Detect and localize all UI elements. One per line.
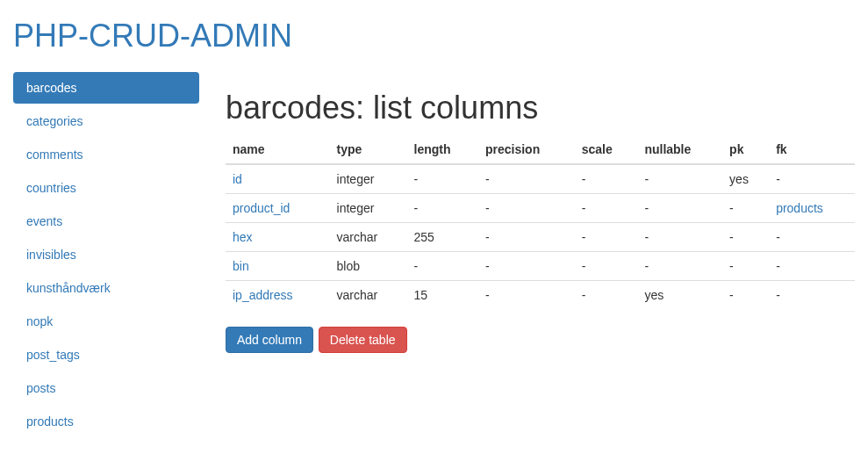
cell-pk: - — [722, 252, 769, 281]
table-header-row: nametypelengthprecisionscalenullablepkfk — [226, 135, 855, 164]
table-header-nullable: nullable — [637, 135, 722, 164]
cell-fk: - — [769, 164, 855, 194]
sidebar-item-comments[interactable]: comments — [13, 139, 199, 170]
table-header-fk: fk — [769, 135, 855, 164]
sidebar-nav: barcodescategoriescommentscountriesevent… — [13, 72, 199, 437]
cell-precision: - — [478, 164, 575, 194]
cell-scale: - — [575, 164, 638, 194]
fk-link[interactable]: products — [776, 201, 823, 215]
main-container: barcodescategoriescommentscountriesevent… — [13, 63, 855, 439]
cell-scale: - — [575, 252, 638, 281]
table-header-scale: scale — [575, 135, 638, 164]
sidebar-item-link[interactable]: products — [13, 406, 199, 437]
table-header-type: type — [330, 135, 407, 164]
cell-name: hex — [226, 223, 330, 252]
cell-precision: - — [478, 281, 575, 310]
cell-precision: - — [478, 223, 575, 252]
cell-type: integer — [330, 164, 407, 194]
sidebar-item-link[interactable]: post_tags — [13, 339, 199, 371]
cell-length: - — [407, 252, 478, 281]
cell-nullable: - — [637, 252, 722, 281]
cell-fk: products — [769, 194, 855, 223]
page-title: barcodes: list columns — [226, 90, 855, 126]
cell-fk: - — [769, 223, 855, 252]
cell-length: - — [407, 164, 478, 194]
sidebar-item-link[interactable]: kunsthåndværk — [13, 272, 199, 304]
sidebar-item-posts[interactable]: posts — [13, 372, 199, 404]
action-buttons: Add column Delete table — [226, 327, 855, 353]
cell-length: 255 — [407, 223, 478, 252]
app-title-link[interactable]: PHP-CRUD-ADMIN — [13, 18, 292, 54]
column-name-link[interactable]: ip_address — [233, 288, 293, 302]
app-title[interactable]: PHP-CRUD-ADMIN — [13, 18, 855, 54]
content: barcodes: list columns nametypelengthpre… — [226, 72, 855, 439]
sidebar-item-link[interactable]: barcodes — [13, 72, 199, 104]
cell-name: ip_address — [226, 281, 330, 310]
table-header-length: length — [407, 135, 478, 164]
sidebar-item-link[interactable]: posts — [13, 372, 199, 404]
table-row: product_idinteger-----products — [226, 194, 855, 223]
sidebar-item-countries[interactable]: countries — [13, 172, 199, 204]
sidebar-item-link[interactable]: invisibles — [13, 239, 199, 270]
sidebar-item-link[interactable]: events — [13, 205, 199, 237]
cell-type: integer — [330, 194, 407, 223]
table-row: idinteger----yes- — [226, 164, 855, 194]
cell-name: id — [226, 164, 330, 194]
sidebar-item-events[interactable]: events — [13, 205, 199, 237]
table-row: hexvarchar255----- — [226, 223, 855, 252]
cell-type: varchar — [330, 281, 407, 310]
cell-nullable: - — [637, 223, 722, 252]
cell-pk: - — [722, 223, 769, 252]
column-name-link[interactable]: bin — [233, 259, 249, 273]
sidebar-item-link[interactable]: countries — [13, 172, 199, 204]
sidebar-item-nopk[interactable]: nopk — [13, 306, 199, 337]
cell-fk: - — [769, 252, 855, 281]
cell-scale: - — [575, 281, 638, 310]
column-name-link[interactable]: hex — [233, 230, 253, 244]
cell-precision: - — [478, 252, 575, 281]
sidebar: barcodescategoriescommentscountriesevent… — [13, 72, 199, 439]
cell-length: - — [407, 194, 478, 223]
table-body: idinteger----yes-product_idinteger-----p… — [226, 164, 855, 309]
header: PHP-CRUD-ADMIN — [13, 0, 855, 63]
cell-nullable: - — [637, 194, 722, 223]
add-column-button[interactable]: Add column — [226, 327, 313, 353]
sidebar-item-invisibles[interactable]: invisibles — [13, 239, 199, 270]
cell-precision: - — [478, 194, 575, 223]
sidebar-item-kunsthndvrk[interactable]: kunsthåndværk — [13, 272, 199, 304]
sidebar-item-posttags[interactable]: post_tags — [13, 339, 199, 371]
cell-nullable: - — [637, 164, 722, 194]
cell-pk: - — [722, 281, 769, 310]
delete-table-button[interactable]: Delete table — [319, 327, 407, 353]
sidebar-item-link[interactable]: comments — [13, 139, 199, 170]
cell-fk: - — [769, 281, 855, 310]
column-name-link[interactable]: product_id — [233, 201, 290, 215]
cell-pk: yes — [722, 164, 769, 194]
cell-name: product_id — [226, 194, 330, 223]
sidebar-item-barcodes[interactable]: barcodes — [13, 72, 199, 104]
column-name-link[interactable]: id — [233, 172, 242, 186]
table-header-pk: pk — [722, 135, 769, 164]
cell-type: varchar — [330, 223, 407, 252]
cell-pk: - — [722, 194, 769, 223]
cell-name: bin — [226, 252, 330, 281]
cell-nullable: yes — [637, 281, 722, 310]
cell-type: blob — [330, 252, 407, 281]
sidebar-item-link[interactable]: nopk — [13, 306, 199, 337]
cell-length: 15 — [407, 281, 478, 310]
sidebar-item-link[interactable]: categories — [13, 105, 199, 137]
columns-table: nametypelengthprecisionscalenullablepkfk… — [226, 135, 855, 309]
table-row: ip_addressvarchar15--yes-- — [226, 281, 855, 310]
table-row: binblob------ — [226, 252, 855, 281]
sidebar-item-categories[interactable]: categories — [13, 105, 199, 137]
cell-scale: - — [575, 223, 638, 252]
sidebar-item-products[interactable]: products — [13, 406, 199, 437]
cell-scale: - — [575, 194, 638, 223]
table-header-precision: precision — [478, 135, 575, 164]
table-header-name: name — [226, 135, 330, 164]
